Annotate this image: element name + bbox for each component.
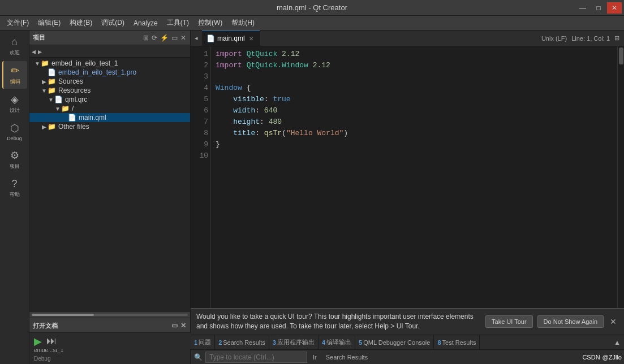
tree-item-sources[interactable]: ▶ 📁 Sources <box>29 77 190 86</box>
nav-forward[interactable]: ▸ <box>38 47 42 56</box>
code-line-10 <box>216 150 613 162</box>
arrow-icon: ▶ <box>41 79 48 85</box>
close-icon[interactable]: ✕ <box>180 321 187 330</box>
tree-item-name: / <box>72 105 74 112</box>
menu-analyze[interactable]: Analyze <box>129 18 162 28</box>
code-content[interactable]: import QtQuick 2.12 import QtQuick.Windo… <box>211 46 617 308</box>
tree-item-name: qml.qrc <box>65 96 87 103</box>
run-controls: Debug <box>34 356 186 362</box>
debug-label: Debug <box>7 136 22 141</box>
tree-item-name: embed_in_eilo_test_1 <box>51 59 118 67</box>
tree-item-resources[interactable]: ▼ 📁 Resources <box>29 86 190 95</box>
qml-file-icon: 📄 <box>68 114 76 122</box>
icon-sidebar: ⌂ 欢迎 ✏ 编辑 ◈ 设计 ⬡ Debug ⚙ 项目 ? 帮助 <box>0 31 29 364</box>
menu-help[interactable]: 帮助(H) <box>227 17 259 29</box>
minimize-panel-icon[interactable]: ▭ <box>171 33 178 42</box>
search-input[interactable] <box>205 352 307 363</box>
sidebar-item-design[interactable]: ◈ 设计 <box>2 90 27 118</box>
tab-label-qml: QML Debugger Console <box>363 339 430 346</box>
close-button[interactable]: ✕ <box>607 2 622 14</box>
sync-icon[interactable]: ⟳ <box>151 33 158 42</box>
take-tour-button[interactable]: Take UI Tour <box>485 315 533 328</box>
window-controls: — □ ✕ <box>575 0 622 15</box>
bottom-tab-compile[interactable]: 4 编译输出 <box>319 335 355 350</box>
minimize-button[interactable]: — <box>575 2 590 14</box>
tree-item-otherfiles[interactable]: ▶ 📁 Other files <box>29 122 190 131</box>
maximize-button[interactable]: □ <box>591 2 606 14</box>
tooltip-bar: Would you like to take a quick UI tour? … <box>191 308 624 335</box>
tooltip-close-button[interactable]: ✕ <box>608 317 618 327</box>
run-step-button[interactable]: ⏭ <box>46 335 57 347</box>
menu-control[interactable]: 控制(W) <box>193 17 227 29</box>
arrow-icon: ▼ <box>54 106 61 112</box>
bottom-tab-search[interactable]: 2 Search Results <box>215 335 269 350</box>
run-bar: ▶ ⏭ <box>29 332 191 349</box>
folder-icon: 📁 <box>61 105 70 112</box>
help-icon: ? <box>11 178 17 190</box>
tree-item-root[interactable]: ▼ 📁 embed_in_eilo_test_1 <box>29 59 190 68</box>
file-icon: 📄 <box>48 68 56 76</box>
menu-build[interactable]: 构建(B) <box>65 17 97 29</box>
tree-item-pro[interactable]: 📄 embed_in_eilo_test_1.pro <box>29 68 190 77</box>
project-icon: ⚙ <box>10 149 19 162</box>
sidebar-item-project[interactable]: ⚙ 项目 <box>2 146 27 174</box>
link-icon[interactable]: ⚡ <box>160 33 169 42</box>
bottom-tab-appout[interactable]: 3 应用程序输出 <box>269 335 319 350</box>
bottom-tab-issues[interactable]: 1 问题 <box>191 335 215 350</box>
editor-tab-mainqml[interactable]: 📄 main.qml ✕ <box>202 31 260 46</box>
menu-file[interactable]: 文件(F) <box>2 17 33 29</box>
panel-expand-icon[interactable]: ⊞ <box>614 34 619 42</box>
tree-scrollbar[interactable] <box>29 312 190 318</box>
expand-icon[interactable]: ▭ <box>171 321 178 330</box>
debug-label: Debug <box>34 356 50 362</box>
tree-item-slash[interactable]: ▼ 📁 / <box>29 104 190 113</box>
help-label: 帮助 <box>10 191 20 198</box>
welcome-icon: ⌂ <box>11 36 18 48</box>
menu-edit[interactable]: 编辑(E) <box>33 17 65 29</box>
tab-num-3: 3 <box>273 339 276 346</box>
project-tree: ▼ 📁 embed_in_eilo_test_1 📄 embed_in_eilo… <box>29 58 190 312</box>
code-line-1: import QtQuick 2.12 <box>216 49 613 60</box>
bottom-tab-tests[interactable]: 8 Test Results <box>434 335 480 350</box>
tree-item-mainqml[interactable]: 📄 main.qml <box>29 113 190 122</box>
edit-icon: ✏ <box>11 64 19 77</box>
code-line-5: visible: true <box>216 94 613 105</box>
search-icon: 🔍 <box>193 352 203 362</box>
tab-close-button[interactable]: ✕ <box>247 34 255 42</box>
panel-header-icons: ⊞ ⟳ ⚡ ▭ ✕ <box>143 33 187 42</box>
tree-item-name: main.qml <box>79 114 106 122</box>
tab-label-compile: 编译输出 <box>326 338 351 346</box>
run-button[interactable]: ▶ <box>34 335 42 348</box>
edit-label: 编辑 <box>10 78 20 85</box>
tab-file-icon: 📄 <box>206 34 215 42</box>
folder-icon: 📁 <box>48 86 56 94</box>
line-ending-format: Unix (LF) <box>541 35 567 42</box>
sidebar-item-help[interactable]: ? 帮助 <box>2 175 27 202</box>
tooltip-actions: Take UI Tour Do Not Show Again ✕ <box>485 315 618 328</box>
tree-item-qmlqrc[interactable]: ▼ 📄 qml.qrc <box>29 95 190 104</box>
tab-name: main.qml <box>217 34 245 42</box>
menu-debug[interactable]: 调试(D) <box>97 17 129 29</box>
panel-area: 项目 ⊞ ⟳ ⚡ ▭ ✕ ◂ ▸ ▼ 📁 <box>29 31 624 364</box>
close-panel-icon[interactable]: ✕ <box>180 33 187 42</box>
tab-num-4: 4 <box>322 339 325 346</box>
tree-item-name: Other files <box>58 123 89 131</box>
sidebar-item-debug[interactable]: ⬡ Debug <box>2 119 27 145</box>
tab-nav-left[interactable]: ◂ <box>191 31 202 46</box>
menu-tools[interactable]: 工具(T) <box>162 17 193 29</box>
bottom-tab-qml[interactable]: 5 QML Debugger Console <box>355 335 434 350</box>
editor-vscroll[interactable] <box>617 46 624 308</box>
nav-back[interactable]: ◂ <box>32 47 36 56</box>
scroll-thumb <box>32 314 94 316</box>
tab-num-5: 5 <box>359 339 362 346</box>
tab-status: Unix (LF) Line: 1, Col: 1 ⊞ <box>537 31 624 46</box>
code-editor[interactable]: 1 2 3 4 5 6 7 8 9 10 import QtQuick 2.12… <box>191 46 624 308</box>
ir-label: Ir <box>309 354 320 361</box>
sidebar-item-welcome[interactable]: ⌂ 欢迎 <box>2 33 27 60</box>
filter-icon[interactable]: ⊞ <box>143 33 149 42</box>
bottom-tab-expand[interactable]: ▲ <box>610 339 624 346</box>
code-line-6: width: 640 <box>216 105 613 116</box>
do-not-show-button[interactable]: Do Not Show Again <box>537 315 604 328</box>
sidebar-item-edit[interactable]: ✏ 编辑 <box>2 61 27 89</box>
cursor-position: Line: 1, Col: 1 <box>571 35 610 42</box>
